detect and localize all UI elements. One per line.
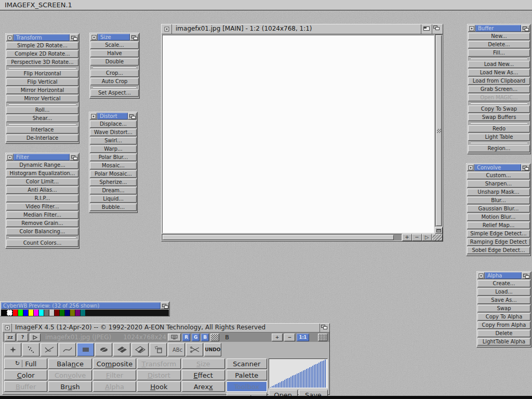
palette-swatch[interactable] — [127, 310, 132, 316]
curve-tool[interactable] — [59, 343, 76, 356]
lighttable-alpha-button[interactable]: LightTable Alpha — [477, 338, 530, 345]
airbrush-tool[interactable] — [22, 343, 39, 356]
screen-titlebar[interactable]: IMAGEFX_SCREEN.1 — [0, 0, 532, 10]
simple-2d-rotate-button[interactable]: Simple 2D Rotate... — [6, 42, 78, 49]
mosaic-button[interactable]: Mosaic... — [90, 162, 137, 169]
motion-blur-button[interactable]: Motion Blur... — [467, 214, 530, 221]
bubble-button[interactable]: Bubble... — [90, 204, 137, 211]
light-table-button[interactable]: Light Table — [468, 134, 530, 141]
depth-gadget[interactable] — [522, 272, 530, 279]
red-channel-button[interactable]: R — [182, 334, 190, 341]
effect-button[interactable]: Effect — [182, 370, 225, 380]
depth-gadget[interactable] — [70, 34, 78, 41]
zoom-out-button[interactable]: − — [412, 234, 422, 241]
displace-button[interactable]: Displace... — [90, 121, 137, 128]
palette-swatch[interactable] — [23, 310, 28, 316]
flip-horizontal-button[interactable]: Flip Horizontal — [6, 70, 78, 77]
load-button[interactable]: Load... — [477, 288, 530, 296]
color-balancing-button[interactable]: Color Balancing... — [6, 228, 78, 235]
zoom-out-button[interactable]: − — [284, 334, 295, 341]
dither-button[interactable] — [210, 334, 219, 341]
flip-vertical-button[interactable]: Flip Vertical — [6, 78, 78, 86]
swirl-button[interactable]: Swirl... — [90, 137, 137, 144]
panel-titlebar[interactable]: Filter — [6, 154, 78, 161]
palette-swatch[interactable] — [96, 310, 101, 316]
zoom-gadget[interactable] — [421, 24, 432, 34]
roll-button[interactable]: Roll... — [6, 107, 78, 114]
color-limit-button[interactable]: Color Limit... — [6, 178, 78, 185]
image-window-titlebar[interactable]: imagefx01.jpg [MAIN] - 1:2 (1024x768, 1:… — [162, 24, 443, 34]
vertical-scrollbar[interactable] — [435, 34, 443, 227]
zoom-level-button[interactable]: 1:1 — [297, 334, 309, 341]
swap-buffers-button[interactable]: Swap Buffers — [468, 114, 530, 121]
complex-2d-rotate-button[interactable]: Complex 2D Rotate... — [6, 50, 78, 58]
zoom-in-button[interactable]: + — [272, 334, 283, 341]
spherize-button[interactable]: Spherize... — [90, 179, 137, 186]
horizontal-scrollbar[interactable] — [162, 234, 402, 241]
crop-button[interactable]: Crop... — [90, 70, 139, 77]
scale-button[interactable]: Scale... — [90, 42, 139, 49]
median-filter-button[interactable]: Median Filter... — [6, 211, 78, 219]
palette-swatch[interactable] — [112, 310, 116, 316]
double-button[interactable]: Double — [90, 58, 139, 65]
dream-button[interactable]: Dream... — [90, 187, 137, 194]
palette-swatch[interactable] — [107, 310, 111, 316]
depth-gadget[interactable] — [521, 25, 530, 32]
dynamic-range-button[interactable]: Dynamic Range... — [6, 162, 78, 169]
ramping-edge-detect-button[interactable]: Ramping Edge Detect — [467, 238, 530, 246]
close-gadget[interactable] — [468, 25, 475, 32]
anti-alias-button[interactable]: Anti Alias... — [6, 187, 78, 194]
palette-swatch[interactable] — [86, 310, 90, 316]
scissors-tool[interactable] — [186, 343, 203, 356]
depth-gadget[interactable] — [70, 154, 78, 161]
palette-swatch[interactable] — [60, 310, 64, 316]
macro-play-button[interactable] — [30, 334, 41, 341]
delete-button[interactable]: Delete... — [468, 41, 530, 48]
depth-gadget[interactable] — [161, 302, 169, 309]
region-button[interactable]: Region... — [468, 145, 530, 152]
toolbox-button[interactable]: Toolbox — [227, 381, 267, 392]
hook-button[interactable]: Hook — [137, 381, 180, 392]
palette-button[interactable]: Palette — [227, 370, 267, 380]
shear-button[interactable]: Shear... — [6, 115, 78, 122]
halve-button[interactable]: Halve — [90, 50, 139, 57]
palette-swatch[interactable] — [2, 310, 6, 316]
panel-titlebar[interactable]: Distort — [90, 113, 137, 119]
image-canvas[interactable] — [162, 35, 434, 233]
swap-button[interactable]: Swap — [477, 305, 530, 312]
palette-swatch[interactable] — [70, 310, 75, 316]
depth-gadget[interactable] — [521, 164, 530, 171]
palette-swatch[interactable] — [101, 310, 106, 316]
interlace-button[interactable]: Interlace — [6, 126, 78, 134]
palette-swatch[interactable] — [164, 310, 168, 316]
palette-swatch[interactable] — [34, 310, 38, 316]
brush-button[interactable]: Brush — [48, 381, 91, 392]
save-as-button[interactable]: Save As... — [477, 297, 530, 304]
palette-swatch[interactable] — [138, 310, 142, 316]
panel-titlebar[interactable]: Size — [90, 34, 139, 41]
remove-grain-button[interactable]: Remove Grain... — [6, 220, 78, 227]
balance-button[interactable]: Balance — [48, 358, 91, 369]
pattern-button[interactable] — [318, 334, 327, 341]
palette-swatch[interactable] — [7, 310, 12, 316]
depth-gadget[interactable] — [432, 24, 443, 34]
load-from-clipboard-button[interactable]: Load from Clipboard — [468, 77, 530, 85]
grab-screen-button[interactable]: Grab Screen... — [468, 86, 530, 93]
set-aspect-button[interactable]: Set Aspect... — [90, 89, 139, 97]
palette-swatch[interactable] — [55, 310, 59, 316]
close-gadget[interactable] — [3, 324, 12, 332]
palette-swatch[interactable] — [81, 310, 85, 316]
palette-swatch[interactable] — [158, 310, 163, 316]
close-gadget[interactable] — [90, 34, 98, 41]
liquid-button[interactable]: Liquid... — [90, 195, 137, 203]
vertical-scroll-thumb[interactable] — [436, 35, 442, 226]
blur-button[interactable]: Blur... — [467, 197, 530, 204]
delete-button[interactable]: Delete — [477, 330, 530, 337]
palette-swatch[interactable] — [13, 310, 18, 316]
palette-swatch[interactable] — [44, 310, 49, 316]
copy-to-swap-button[interactable]: Copy To Swap — [468, 105, 530, 113]
new-button[interactable]: New... — [468, 33, 530, 40]
panel-titlebar[interactable]: Buffer — [468, 25, 530, 32]
palette-swatch[interactable] — [91, 310, 96, 316]
polar-blur-button[interactable]: Polar Blur... — [90, 154, 137, 161]
